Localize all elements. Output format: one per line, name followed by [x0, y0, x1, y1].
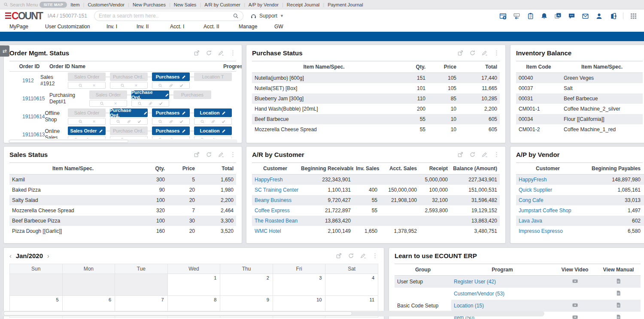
- edit-icon[interactable]: [481, 151, 488, 158]
- refresh-icon[interactable]: [469, 50, 476, 56]
- stage-button[interactable]: Purchases: [152, 72, 190, 81]
- search-icon[interactable]: [158, 119, 163, 124]
- video-icon[interactable]: [572, 302, 578, 308]
- topbar-item-receipt-journal[interactable]: Receipt Journal: [287, 2, 319, 7]
- stage-button[interactable]: Purchases: [173, 90, 211, 99]
- stage-button[interactable]: Sales Order: [68, 126, 106, 135]
- close-icon[interactable]: ×: [135, 83, 137, 88]
- search-icon[interactable]: [200, 137, 205, 139]
- order-h-scrollbar[interactable]: [8, 139, 237, 143]
- customer-link[interactable]: WMC Hotel: [255, 228, 281, 234]
- search-input[interactable]: [99, 13, 233, 19]
- search-menu[interactable]: Search Menu: [3, 2, 38, 7]
- manual-icon[interactable]: [615, 314, 622, 319]
- popout-icon[interactable]: [194, 151, 200, 158]
- manual-icon[interactable]: [615, 278, 622, 284]
- scrollbar-thumb[interactable]: [3, 311, 352, 316]
- link-icon[interactable]: [169, 83, 173, 88]
- topbar-item-new-purchases[interactable]: New Purchases: [133, 2, 166, 7]
- close-icon[interactable]: ×: [135, 137, 137, 139]
- link-icon[interactable]: [148, 101, 153, 106]
- search-icon[interactable]: [200, 119, 205, 124]
- stage-button[interactable]: Purchase Ord..: [110, 126, 148, 135]
- tab-inv-2[interactable]: Inv. II: [137, 24, 149, 30]
- user-icon[interactable]: [595, 12, 603, 20]
- check-icon[interactable]: [179, 83, 184, 88]
- search-icon[interactable]: [158, 83, 163, 88]
- stage-button[interactable]: Purchase Ord.: [131, 90, 169, 99]
- search-icon[interactable]: [158, 137, 163, 139]
- close-icon[interactable]: ×: [93, 83, 95, 88]
- customer-link[interactable]: SC Training Center: [255, 187, 298, 193]
- stage-button[interactable]: Location T: [194, 72, 232, 81]
- stage-button[interactable]: Location: [194, 108, 232, 117]
- more-icon[interactable]: [230, 151, 236, 158]
- side-panel-toggle[interactable]: ⇄: [0, 45, 9, 57]
- check-icon[interactable]: [221, 119, 226, 124]
- tab-acct-1[interactable]: Acct. I: [170, 24, 184, 30]
- stage-button[interactable]: Purchase Ord.: [110, 108, 148, 117]
- tab-gw[interactable]: GW: [274, 24, 283, 30]
- edit-icon[interactable]: [481, 50, 488, 56]
- popout-icon[interactable]: [457, 151, 464, 158]
- order-id-link[interactable]: 19110613: [22, 132, 45, 138]
- logout-icon[interactable]: [609, 12, 617, 20]
- more-icon[interactable]: [493, 151, 500, 158]
- customer-link[interactable]: Coffee Express: [255, 208, 290, 214]
- program-link[interactable]: Register User (42): [454, 279, 496, 285]
- link-icon[interactable]: [169, 119, 173, 124]
- link-icon[interactable]: [169, 137, 173, 139]
- close-icon[interactable]: ×: [114, 101, 117, 106]
- video-icon[interactable]: [572, 278, 578, 284]
- customer-link[interactable]: Beany Business: [255, 197, 292, 203]
- check-icon[interactable]: [137, 119, 142, 124]
- check-icon[interactable]: [179, 137, 184, 139]
- program-link[interactable]: Customer/Vendor (53): [454, 291, 504, 297]
- vendor-link[interactable]: HappyFresh: [519, 177, 547, 183]
- order-id-link[interactable]: 19110615: [22, 96, 45, 102]
- refresh-icon[interactable]: [469, 151, 476, 158]
- program-link[interactable]: Location (15): [454, 303, 484, 309]
- check-icon[interactable]: [179, 119, 184, 124]
- check-icon[interactable]: [221, 137, 226, 139]
- search-icon[interactable]: [74, 137, 79, 139]
- search-icon[interactable]: [78, 119, 83, 124]
- edit-icon[interactable]: [218, 151, 224, 158]
- customer-link[interactable]: HappyFresh: [255, 177, 283, 183]
- ecount-logo[interactable]: C OUNT: [5, 10, 43, 22]
- vendor-link[interactable]: Jumpstart Coffee Shop: [519, 208, 571, 214]
- tab-mypage[interactable]: MyPage: [9, 24, 28, 30]
- more-icon[interactable]: [372, 253, 378, 259]
- stage-button[interactable]: Purchases: [152, 126, 190, 135]
- edit-icon[interactable]: [218, 50, 224, 56]
- video-icon[interactable]: [572, 314, 578, 319]
- manual-icon[interactable]: [615, 302, 622, 308]
- link-icon[interactable]: [211, 137, 216, 139]
- clipboard-icon[interactable]: [527, 12, 534, 20]
- support-menu[interactable]: Support ▼: [250, 13, 284, 19]
- stage-button[interactable]: Purchase Ord..: [110, 72, 148, 81]
- more-icon[interactable]: [493, 50, 500, 56]
- stage-button[interactable]: Purchases: [152, 108, 190, 117]
- link-icon[interactable]: [211, 119, 216, 124]
- link-icon[interactable]: [85, 137, 89, 139]
- tab-acct-2[interactable]: Acct. II: [204, 24, 219, 30]
- calendar-day[interactable]: 1: [167, 274, 220, 296]
- page-h-scrollbar[interactable]: [2, 311, 544, 316]
- scrollbar-thumb[interactable]: [9, 140, 128, 143]
- search-icon[interactable]: [120, 83, 125, 88]
- close-icon[interactable]: ×: [93, 119, 95, 124]
- topbar-item-payment-journal[interactable]: Payment Journal: [328, 2, 363, 7]
- topbar-item-customer-vendor[interactable]: Customer/Vendor: [88, 2, 125, 7]
- check-icon[interactable]: [95, 137, 100, 139]
- tab-user-customization[interactable]: User Customization: [45, 24, 90, 30]
- popout-icon[interactable]: [336, 253, 342, 259]
- apps-grid-icon[interactable]: [630, 12, 637, 20]
- edit-icon[interactable]: [360, 253, 366, 259]
- topbar-item-ap-by-vendor[interactable]: A/P by Vendor: [249, 2, 279, 7]
- refresh-icon[interactable]: [206, 50, 212, 56]
- vendor-link[interactable]: Quick Supplier: [519, 187, 552, 193]
- topbar-item-item[interactable]: Item: [70, 2, 79, 7]
- link-icon[interactable]: [127, 119, 131, 124]
- order-id-link[interactable]: 19110614: [22, 114, 45, 120]
